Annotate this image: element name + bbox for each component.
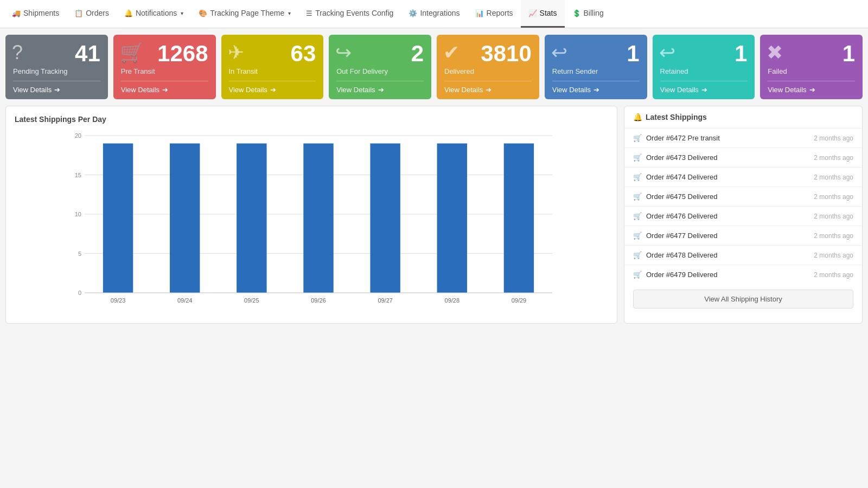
notifications-icon: 🔔 bbox=[124, 9, 133, 17]
shipping-item: 🛒 Order #6474 Delivered 2 months ago bbox=[624, 168, 862, 187]
card-icon-failed: ✖ bbox=[767, 41, 783, 64]
svg-text:09/26: 09/26 bbox=[311, 297, 326, 304]
card-icon-out-for-delivery: ↪ bbox=[335, 41, 352, 64]
card-in-transit: ✈ 63 In Transit View Details ➔ bbox=[221, 35, 324, 99]
nav-item-billing[interactable]: 💲 Billing bbox=[565, 0, 611, 28]
card-link-failed[interactable]: View Details ➔ bbox=[768, 81, 855, 94]
shipping-order-0: Order #6472 Pre transit bbox=[646, 134, 720, 142]
svg-text:20: 20 bbox=[75, 132, 81, 139]
shippings-panel: 🔔 Latest Shippings 🛒 Order #6472 Pre tra… bbox=[624, 106, 863, 324]
shipping-order-4: Order #6476 Delivered bbox=[646, 212, 718, 220]
navbar: 🚚 Shipments 📋 Orders 🔔 Notifications ▾🎨 … bbox=[0, 0, 868, 28]
cart-icon: 🛒 bbox=[633, 134, 642, 142]
shipping-item: 🛒 Order #6477 Delivered 2 months ago bbox=[624, 226, 862, 246]
card-icon-retained: ↩ bbox=[659, 41, 675, 64]
shipping-item: 🛒 Order #6475 Delivered 2 months ago bbox=[624, 187, 862, 207]
nav-label-orders: Orders bbox=[86, 9, 109, 17]
card-pre-transit: 🛒 1268 Pre Transit View Details ➔ bbox=[113, 35, 216, 99]
shipping-item: 🛒 Order #6473 Delivered 2 months ago bbox=[624, 148, 862, 168]
svg-text:10: 10 bbox=[75, 211, 81, 217]
svg-text:5: 5 bbox=[78, 251, 81, 257]
shipping-item: 🛒 Order #6472 Pre transit 2 months ago bbox=[624, 129, 862, 148]
nav-item-reports[interactable]: 📊 Reports bbox=[468, 0, 521, 28]
nav-item-notifications[interactable]: 🔔 Notifications ▾ bbox=[117, 0, 191, 28]
shipping-list: 🛒 Order #6472 Pre transit 2 months ago 🛒… bbox=[624, 129, 862, 284]
card-return-sender: ↩ 1 Return Sender View Details ➔ bbox=[545, 35, 647, 99]
tracking-events-config-icon: ☰ bbox=[306, 9, 312, 17]
card-link-pending[interactable]: View Details ➔ bbox=[13, 81, 100, 94]
orders-icon: 📋 bbox=[74, 9, 83, 17]
nav-item-shipments[interactable]: 🚚 Shipments bbox=[4, 0, 67, 28]
card-icon-pending: ? bbox=[12, 41, 23, 64]
chart-title: Latest Shippings Per Day bbox=[15, 115, 608, 124]
card-label-delivered: Delivered bbox=[444, 67, 532, 75]
card-failed: ✖ 1 Failed View Details ➔ bbox=[760, 35, 863, 99]
shipping-time-3: 2 months ago bbox=[814, 193, 853, 201]
stats-icon: 📈 bbox=[528, 9, 537, 17]
nav-item-integrations[interactable]: ⚙️ Integrations bbox=[401, 0, 467, 28]
shippings-header: 🔔 Latest Shippings bbox=[624, 106, 862, 129]
chevron-icon: ▾ bbox=[288, 10, 291, 16]
card-icon-in-transit: ✈ bbox=[228, 41, 244, 64]
svg-text:15: 15 bbox=[75, 172, 81, 178]
bar-chart: 0510152009/2309/2409/2509/2609/2709/2809… bbox=[15, 130, 608, 314]
card-icon-pre-transit: 🛒 bbox=[120, 41, 144, 64]
card-link-retained[interactable]: View Details ➔ bbox=[660, 81, 748, 94]
card-icon-delivered: ✔ bbox=[443, 41, 459, 64]
svg-rect-10 bbox=[103, 144, 133, 293]
card-label-retained: Retained bbox=[660, 67, 748, 75]
chevron-icon: ▾ bbox=[181, 10, 183, 16]
nav-label-notifications: Notifications bbox=[136, 9, 177, 17]
nav-item-stats[interactable]: 📈 Stats bbox=[521, 0, 565, 28]
card-pending: ? 41 Pending Tracking View Details ➔ bbox=[5, 35, 108, 99]
shipping-time-2: 2 months ago bbox=[814, 174, 853, 181]
shipping-item: 🛒 Order #6478 Delivered 2 months ago bbox=[624, 246, 862, 265]
nav-label-stats: Stats bbox=[540, 9, 557, 17]
view-all-button[interactable]: View All Shipping History bbox=[633, 290, 853, 309]
svg-text:09/27: 09/27 bbox=[378, 297, 393, 304]
card-link-return-sender[interactable]: View Details ➔ bbox=[552, 81, 640, 94]
tracking-page-theme-icon: 🎨 bbox=[199, 9, 207, 17]
nav-item-tracking-page-theme[interactable]: 🎨 Tracking Page Theme ▾ bbox=[191, 0, 298, 28]
main-content: Latest Shippings Per Day 0510152009/2309… bbox=[0, 106, 868, 332]
shipping-order-5: Order #6477 Delivered bbox=[646, 232, 718, 240]
card-link-out-for-delivery[interactable]: View Details ➔ bbox=[336, 81, 424, 94]
nav-label-tracking-events-config: Tracking Events Config bbox=[315, 9, 393, 17]
card-count-pending: 41 bbox=[13, 42, 100, 65]
svg-text:09/23: 09/23 bbox=[111, 297, 126, 304]
nav-label-integrations: Integrations bbox=[420, 9, 459, 17]
svg-text:09/28: 09/28 bbox=[445, 297, 460, 304]
card-label-in-transit: In Transit bbox=[229, 67, 316, 75]
shipping-time-6: 2 months ago bbox=[814, 252, 853, 259]
svg-rect-16 bbox=[303, 144, 333, 293]
nav-label-shipments: Shipments bbox=[23, 9, 59, 17]
nav-item-tracking-events-config[interactable]: ☰ Tracking Events Config bbox=[298, 0, 401, 28]
cart-icon: 🛒 bbox=[633, 173, 642, 181]
billing-icon: 💲 bbox=[572, 9, 581, 17]
nav-label-tracking-page-theme: Tracking Page Theme bbox=[210, 9, 284, 17]
shipping-order-1: Order #6473 Delivered bbox=[646, 153, 718, 162]
svg-rect-18 bbox=[370, 144, 400, 293]
shipping-time-4: 2 months ago bbox=[814, 213, 853, 220]
cards-row: ? 41 Pending Tracking View Details ➔ 🛒 1… bbox=[0, 28, 868, 106]
nav-item-orders[interactable]: 📋 Orders bbox=[67, 0, 117, 28]
card-link-pre-transit[interactable]: View Details ➔ bbox=[121, 81, 208, 94]
card-label-return-sender: Return Sender bbox=[552, 67, 640, 75]
card-link-delivered[interactable]: View Details ➔ bbox=[444, 81, 532, 94]
svg-rect-20 bbox=[437, 144, 467, 293]
shipping-time-1: 2 months ago bbox=[814, 154, 853, 162]
svg-rect-12 bbox=[170, 144, 200, 293]
card-link-in-transit[interactable]: View Details ➔ bbox=[229, 81, 316, 94]
card-retained: ↩ 1 Retained View Details ➔ bbox=[653, 35, 755, 99]
shipping-time-5: 2 months ago bbox=[814, 232, 853, 240]
svg-text:09/24: 09/24 bbox=[177, 297, 193, 304]
svg-text:0: 0 bbox=[78, 290, 81, 296]
card-label-out-for-delivery: Out For Delivery bbox=[336, 67, 424, 75]
svg-rect-22 bbox=[504, 144, 534, 293]
cart-icon: 🛒 bbox=[633, 251, 642, 259]
shipping-order-3: Order #6475 Delivered bbox=[646, 192, 718, 201]
reports-icon: 📊 bbox=[475, 9, 484, 17]
card-delivered: ✔ 3810 Delivered View Details ➔ bbox=[437, 35, 539, 99]
svg-text:09/25: 09/25 bbox=[244, 297, 259, 304]
shipping-item: 🛒 Order #6479 Delivered 2 months ago bbox=[624, 265, 862, 284]
